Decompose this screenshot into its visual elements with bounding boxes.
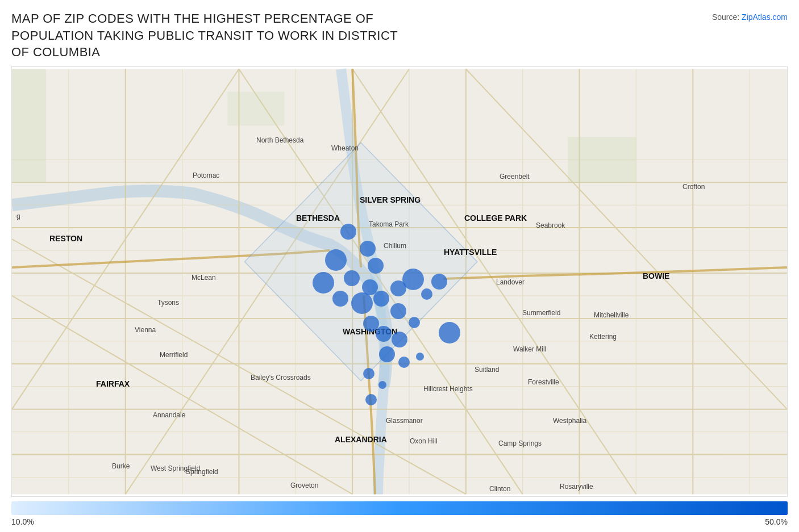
legend-container: 10.0% 50.0% — [11, 499, 788, 526]
header: MAP OF ZIP CODES WITH THE HIGHEST PERCEN… — [11, 10, 788, 61]
zip-code-dot — [439, 322, 460, 344]
zip-code-dot — [379, 346, 395, 362]
zip-code-dot — [431, 274, 447, 290]
zip-code-dot — [313, 272, 334, 294]
zip-code-dot — [398, 357, 410, 368]
zip-code-dot — [351, 292, 373, 314]
svg-rect-37 — [568, 137, 636, 182]
zip-code-dot — [373, 291, 389, 307]
zip-code-dot — [363, 368, 374, 379]
zip-code-dot — [344, 270, 360, 286]
zip-code-dot — [402, 269, 424, 290]
svg-rect-36 — [12, 69, 46, 183]
zip-code-dot — [325, 249, 347, 271]
source-link: ZipAtlas.com — [742, 12, 788, 22]
zip-code-dot — [332, 291, 348, 307]
legend-max-label: 50.0% — [765, 517, 788, 526]
legend-gradient-bar — [11, 501, 788, 515]
map-container: North BethesdaWheatonPotomacGreenbeltCro… — [11, 66, 788, 497]
svg-rect-38 — [227, 92, 284, 126]
zip-code-dot — [392, 332, 407, 347]
page-title: MAP OF ZIP CODES WITH THE HIGHEST PERCEN… — [11, 10, 409, 61]
zip-code-dot — [378, 381, 386, 389]
legend-labels: 10.0% 50.0% — [11, 517, 788, 526]
zip-code-dot — [376, 326, 392, 342]
legend-min-label: 10.0% — [11, 517, 34, 526]
zip-code-dot — [340, 224, 356, 240]
zip-code-dot — [409, 317, 420, 328]
zip-code-dot — [360, 241, 376, 257]
page-container: MAP OF ZIP CODES WITH THE HIGHEST PERCEN… — [0, 0, 799, 532]
zip-code-dot — [365, 394, 377, 405]
zip-code-dot — [368, 258, 384, 274]
zip-code-dot — [416, 353, 424, 361]
source-attribution: Source: ZipAtlas.com — [712, 10, 788, 22]
zip-code-dot — [390, 303, 406, 319]
zip-code-dot — [421, 288, 432, 300]
